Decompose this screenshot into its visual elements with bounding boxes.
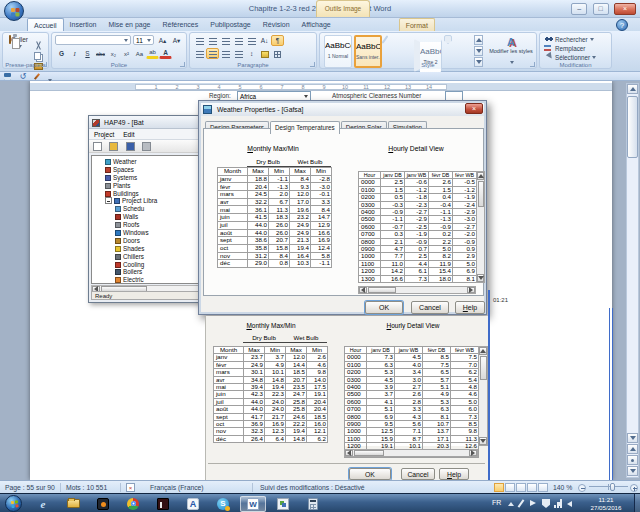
- increase-indent-button[interactable]: [245, 35, 258, 46]
- print-icon[interactable]: [142, 142, 151, 151]
- language-indicator[interactable]: Français (France): [150, 484, 204, 491]
- scrollbar-thumb[interactable]: [627, 96, 638, 158]
- language-bar[interactable]: FR: [492, 499, 501, 506]
- save-icon[interactable]: [126, 142, 135, 151]
- numbering-button[interactable]: [206, 35, 219, 46]
- shading-button[interactable]: [258, 48, 271, 59]
- font-color-button[interactable]: A: [159, 48, 172, 59]
- zoom-out-button[interactable]: [578, 484, 586, 492]
- console-icon[interactable]: [150, 496, 176, 512]
- menu-project[interactable]: Project: [94, 131, 114, 138]
- zoom-level[interactable]: 140 %: [553, 484, 572, 491]
- justify-button[interactable]: [232, 48, 245, 59]
- align-left-button[interactable]: [193, 48, 206, 59]
- volume-icon[interactable]: [567, 501, 572, 507]
- next-page-button[interactable]: [627, 466, 638, 476]
- ribbon-tab-mise-en-page[interactable]: Mise en page: [102, 18, 156, 31]
- scrollbar-thumb[interactable]: [368, 287, 396, 293]
- scrollbar-thumb[interactable]: [478, 181, 484, 207]
- strikethrough-button[interactable]: abc: [94, 48, 107, 59]
- select-browse-object-button[interactable]: [627, 455, 638, 465]
- scroll-down-button[interactable]: [627, 433, 638, 443]
- media-player-icon[interactable]: [90, 496, 116, 512]
- underline-button[interactable]: S: [81, 48, 94, 59]
- borders-button[interactable]: [271, 48, 284, 59]
- decrease-indent-button[interactable]: [232, 35, 245, 46]
- italic-button[interactable]: I: [68, 48, 81, 59]
- office-button[interactable]: [4, 1, 24, 21]
- new-document-icon[interactable]: [93, 142, 102, 151]
- ribbon-tab-insertion[interactable]: Insertion: [64, 18, 103, 31]
- chrome-icon[interactable]: [120, 496, 146, 512]
- ok-button[interactable]: OK: [365, 301, 403, 314]
- superscript-button[interactable]: x²: [120, 48, 133, 59]
- style-chip-titre-1[interactable]: AaBbCTitre 1: [382, 35, 389, 44]
- outline-view-button[interactable]: [527, 483, 537, 492]
- ie-icon[interactable]: e: [30, 496, 56, 512]
- dialog-tab-design-temperatures[interactable]: Design Temperatures: [270, 121, 340, 134]
- minimize-button[interactable]: –: [571, 3, 587, 15]
- cut-button[interactable]: [34, 36, 48, 46]
- help-button[interactable]: Help: [455, 301, 485, 314]
- start-button[interactable]: [5, 495, 22, 512]
- dialog-title-bar[interactable]: Weather Properties - [Gafsa]: [201, 103, 484, 116]
- scroll-down-button[interactable]: [477, 274, 484, 282]
- font-size-combo[interactable]: 11: [133, 35, 154, 45]
- weather-properties-dialog[interactable]: Weather Properties - [Gafsa] × Design Pa…: [198, 100, 487, 315]
- calculator-icon[interactable]: [300, 496, 326, 512]
- document-scrollbar[interactable]: [626, 83, 639, 478]
- dialog-launcher[interactable]: [180, 62, 185, 67]
- gallery-down-button[interactable]: [474, 46, 483, 56]
- tray-shield-icon[interactable]: [542, 499, 550, 508]
- ribbon-tab-accueil[interactable]: Accueil: [27, 18, 64, 31]
- clock[interactable]: 11:21 27/05/2016: [582, 496, 630, 511]
- word-count[interactable]: Mots : 10 551: [66, 484, 107, 491]
- scroll-up-button[interactable]: [477, 172, 484, 180]
- bold-button[interactable]: G: [55, 48, 68, 59]
- maximize-button[interactable]: □: [593, 3, 609, 15]
- subscript-button[interactable]: x₂: [107, 48, 120, 59]
- ribbon-tab-publipostage[interactable]: Publipostage: [204, 18, 256, 31]
- ribbon-tab-r-f-rences[interactable]: Références: [156, 18, 204, 31]
- dialog-launcher[interactable]: [42, 62, 47, 67]
- previous-page-button[interactable]: [627, 444, 638, 454]
- open-icon[interactable]: [109, 142, 118, 151]
- image-app-icon[interactable]: [270, 496, 296, 512]
- dialog-launcher[interactable]: [530, 62, 535, 67]
- style-chip-titre-3[interactable]: AaBbCcITitre 3: [444, 35, 452, 44]
- copy-button[interactable]: [34, 46, 48, 56]
- hourly-vertical-scrollbar[interactable]: [476, 171, 485, 283]
- multilevel-list-button[interactable]: [219, 35, 232, 46]
- word-title-bar[interactable]: Chapitre 1-2-3 red 27 mai - Microsoft Wo…: [0, 0, 640, 18]
- align-center-button[interactable]: [206, 48, 219, 59]
- highlight-button[interactable]: ab: [146, 48, 159, 59]
- font-name-combo[interactable]: [55, 35, 131, 45]
- zoom-in-button[interactable]: [630, 484, 638, 492]
- ribbon-tab-r-vision[interactable]: Révision: [257, 18, 296, 31]
- fullscreen-view-button[interactable]: [505, 483, 515, 492]
- proofing-icon[interactable]: ×: [126, 483, 135, 492]
- scroll-left-button[interactable]: [359, 287, 367, 293]
- save-icon[interactable]: [4, 73, 11, 80]
- word-icon[interactable]: W: [240, 496, 266, 512]
- shrink-font-button[interactable]: A▾: [170, 35, 183, 46]
- page-indicator[interactable]: Page : 55 sur 90: [5, 484, 55, 491]
- a-app-icon[interactable]: A: [180, 496, 206, 512]
- hidden-icons-arrow-icon[interactable]: [508, 502, 514, 506]
- ribbon-tab-format[interactable]: Format: [399, 18, 435, 31]
- skype-icon[interactable]: S: [210, 496, 236, 512]
- undo-icon[interactable]: ↺: [19, 72, 26, 81]
- bullets-button[interactable]: [193, 35, 206, 46]
- tree-expander[interactable]: [105, 197, 112, 204]
- pen-icon[interactable]: [34, 73, 40, 80]
- explorer-icon[interactable]: [60, 496, 86, 512]
- print-layout-view-button[interactable]: [494, 483, 504, 492]
- ribbon-tab-affichage[interactable]: Affichage: [296, 18, 337, 31]
- tray-pen-icon[interactable]: [518, 499, 525, 508]
- menu-edit[interactable]: Edit: [123, 131, 134, 138]
- align-right-button[interactable]: [219, 48, 232, 59]
- scroll-up-button[interactable]: [627, 84, 638, 94]
- track-changes-indicator[interactable]: Suivi des modifications : Désactivé: [260, 484, 365, 491]
- close-button[interactable]: ×: [614, 3, 636, 15]
- rechercher-button[interactable]: Rechercher: [540, 35, 611, 44]
